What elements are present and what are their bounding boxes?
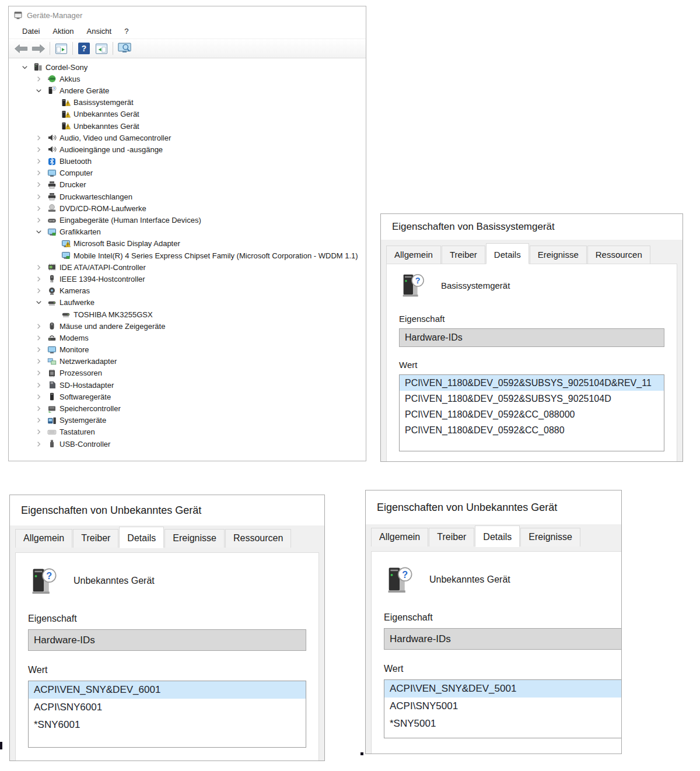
forward-button[interactable] bbox=[30, 41, 47, 56]
tree-item-druckwarteschlangen[interactable]: Druckwarteschlangen bbox=[9, 191, 365, 202]
hardware-id-value[interactable]: ACPI\VEN_SNY&DEV_6001 bbox=[29, 681, 306, 699]
chevron-right-icon[interactable] bbox=[34, 157, 43, 166]
chevron-right-icon[interactable] bbox=[34, 369, 43, 377]
tree-item-audioeingänge-und-ausgänge[interactable]: Audioeingänge und -ausgänge bbox=[9, 143, 365, 155]
tab-details[interactable]: Details bbox=[119, 527, 164, 548]
tree-item-drucker[interactable]: Drucker bbox=[9, 179, 365, 191]
tab-allgemein[interactable]: Allgemein bbox=[15, 529, 72, 548]
tree-item-akkus[interactable]: Akkus bbox=[9, 73, 365, 85]
hardware-id-value[interactable]: ACPI\SNY5001 bbox=[384, 698, 621, 715]
tree-item-dvd-cd-rom-laufwerke[interactable]: DVD/CD-ROM-Laufwerke bbox=[9, 202, 365, 214]
chevron-right-icon[interactable] bbox=[34, 286, 43, 295]
tab-details[interactable]: Details bbox=[486, 243, 529, 264]
chevron-right-icon[interactable] bbox=[34, 75, 43, 83]
tab-treiber[interactable]: Treiber bbox=[429, 528, 474, 546]
tree-item-andere-geräte[interactable]: ?Andere Geräte bbox=[9, 85, 365, 96]
tab-ressourcen[interactable]: Ressourcen bbox=[225, 529, 291, 548]
chevron-right-icon[interactable] bbox=[34, 357, 43, 366]
tree-item-modems[interactable]: Modems bbox=[9, 332, 365, 344]
chevron-right-icon[interactable] bbox=[34, 275, 43, 283]
chevron-right-icon[interactable] bbox=[34, 180, 43, 189]
chevron-right-icon[interactable] bbox=[34, 145, 43, 154]
property-dropdown[interactable]: Hardware-IDs bbox=[384, 628, 621, 650]
tree-item-grafikkarten[interactable]: Grafikkarten bbox=[9, 226, 365, 238]
tree-item-computer[interactable]: Computer bbox=[9, 167, 365, 179]
menu-item-aktion[interactable]: Aktion bbox=[46, 25, 80, 37]
tree-item-cordel-sony[interactable]: Cordel-Sony bbox=[9, 61, 365, 73]
tree-item-ieee-1394-hostcontroller[interactable]: IEEE 1394-Hostcontroller bbox=[9, 273, 365, 285]
chevron-right-icon[interactable] bbox=[34, 216, 43, 225]
chip-icon bbox=[47, 262, 57, 272]
tree-item-tastaturen[interactable]: Tastaturen bbox=[9, 426, 365, 438]
hardware-id-value[interactable]: ACPI\SNY6001 bbox=[29, 699, 306, 716]
tree-item-eingabegeräte-human-interface-devices-[interactable]: Eingabegeräte (Human Interface Devices) bbox=[9, 214, 365, 226]
hardware-id-value[interactable]: PCI\VEN_1180&DEV_0592&CC_088000 bbox=[400, 406, 664, 422]
tree-item-label: SD-Hostadapter bbox=[60, 381, 114, 390]
chevron-right-icon[interactable] bbox=[34, 204, 43, 213]
tree-item-audio-video-und-gamecontroller[interactable]: Audio, Video und Gamecontroller bbox=[9, 132, 365, 143]
tree-item-mäuse-und-andere-zeigegeräte[interactable]: Mäuse und andere Zeigegeräte bbox=[9, 320, 365, 332]
value-listbox: ACPI\VEN_SNY&DEV_5001ACPI\SNY5001*SNY500… bbox=[384, 679, 621, 738]
tree-item-monitore[interactable]: Monitore bbox=[9, 344, 365, 356]
chevron-right-icon[interactable] bbox=[34, 416, 43, 425]
show-action-pane-button[interactable] bbox=[93, 41, 110, 56]
tab-treiber[interactable]: Treiber bbox=[442, 246, 485, 264]
tree-item-usb-controller[interactable]: USB-Controller bbox=[9, 438, 365, 450]
tree-item-kameras[interactable]: Kameras bbox=[9, 285, 365, 297]
hardware-id-value[interactable]: *SNY6001 bbox=[29, 716, 306, 734]
tab-ereignisse[interactable]: Ereignisse bbox=[530, 246, 587, 264]
menu-item-datei[interactable]: Datei bbox=[16, 25, 46, 37]
tree-item-speichercontroller[interactable]: Speichercontroller bbox=[9, 402, 365, 414]
tab-ressourcen[interactable]: Ressourcen bbox=[587, 246, 650, 264]
tree-item-prozessoren[interactable]: Prozessoren bbox=[9, 367, 365, 379]
chevron-right-icon[interactable] bbox=[34, 345, 43, 354]
property-dropdown[interactable]: Hardware-IDs bbox=[399, 328, 664, 347]
hardware-id-value[interactable]: ACPI\VEN_SNY&DEV_5001 bbox=[384, 680, 621, 698]
tree-item-basissystemgerät[interactable]: Basissystemgerät bbox=[9, 97, 365, 108]
menu-item-ansicht[interactable]: Ansicht bbox=[80, 25, 118, 37]
show-console-tree-button[interactable] bbox=[52, 41, 70, 56]
tab-allgemein[interactable]: Allgemein bbox=[386, 246, 441, 264]
help-button[interactable]: ? bbox=[75, 41, 93, 56]
hardware-id-value[interactable]: PCI\VEN_1180&DEV_0592&SUBSYS_9025104D bbox=[400, 391, 664, 406]
chevron-right-icon[interactable] bbox=[34, 134, 43, 142]
tree-item-unbekanntes-gerät[interactable]: Unbekanntes Gerät bbox=[9, 120, 365, 132]
chevron-right-icon[interactable] bbox=[34, 404, 43, 413]
hardware-id-value[interactable]: *SNY5001 bbox=[384, 715, 621, 733]
chevron-right-icon[interactable] bbox=[34, 169, 43, 177]
chevron-right-icon[interactable] bbox=[34, 263, 43, 272]
chevron-down-icon[interactable] bbox=[34, 298, 43, 307]
chevron-right-icon[interactable] bbox=[34, 392, 43, 401]
chevron-down-icon[interactable] bbox=[20, 63, 29, 72]
chevron-right-icon[interactable] bbox=[34, 427, 43, 436]
chevron-right-icon[interactable] bbox=[34, 334, 43, 342]
chevron-right-icon[interactable] bbox=[34, 192, 43, 201]
tab-allgemein[interactable]: Allgemein bbox=[371, 528, 428, 546]
tree-item-bluetooth[interactable]: Bluetooth bbox=[9, 156, 365, 167]
back-button[interactable] bbox=[12, 41, 30, 56]
tab-ereignisse[interactable]: Ereignisse bbox=[520, 528, 580, 546]
scan-hardware-button[interactable] bbox=[116, 41, 133, 56]
hardware-id-value[interactable]: PCI\VEN_1180&DEV_0592&CC_0880 bbox=[400, 422, 664, 438]
chevron-right-icon[interactable] bbox=[34, 322, 43, 331]
tab-details[interactable]: Details bbox=[475, 525, 520, 547]
chevron-right-icon[interactable] bbox=[34, 440, 43, 448]
tree-item-ide-ata-atapi-controller[interactable]: IDE ATA/ATAPI-Controller bbox=[9, 261, 365, 273]
tree-item-unbekanntes-gerät[interactable]: Unbekanntes Gerät bbox=[9, 108, 365, 120]
tree-item-netzwerkadapter[interactable]: Netzwerkadapter bbox=[9, 356, 365, 367]
tree-item-softwaregeräte[interactable]: Softwaregeräte bbox=[9, 391, 365, 402]
menu-item-help[interactable]: ? bbox=[118, 25, 135, 37]
tree-item-laufwerke[interactable]: Laufwerke bbox=[9, 297, 365, 309]
chevron-right-icon[interactable] bbox=[34, 381, 43, 390]
tree-item-toshiba-mk3255gsx[interactable]: TOSHIBA MK3255GSX bbox=[9, 309, 365, 320]
tree-item-microsoft-basic-display-adapter[interactable]: Microsoft Basic Display Adapter bbox=[9, 238, 365, 250]
hardware-id-value[interactable]: PCI\VEN_1180&DEV_0592&SUBSYS_9025104D&RE… bbox=[400, 375, 664, 391]
tree-item-sd-hostadapter[interactable]: SD-Hostadapter bbox=[9, 379, 365, 391]
chevron-down-icon[interactable] bbox=[34, 227, 43, 236]
tree-item-systemgeräte[interactable]: Systemgeräte bbox=[9, 415, 365, 426]
chevron-down-icon[interactable] bbox=[34, 86, 43, 95]
tab-treiber[interactable]: Treiber bbox=[73, 529, 118, 548]
tab-ereignisse[interactable]: Ereignisse bbox=[164, 529, 225, 548]
tree-item-mobile-intel-r-4-series-express-chipset-[interactable]: Mobile Intel(R) 4 Series Express Chipset… bbox=[9, 250, 365, 261]
property-dropdown[interactable]: Hardware-IDs bbox=[28, 629, 306, 651]
